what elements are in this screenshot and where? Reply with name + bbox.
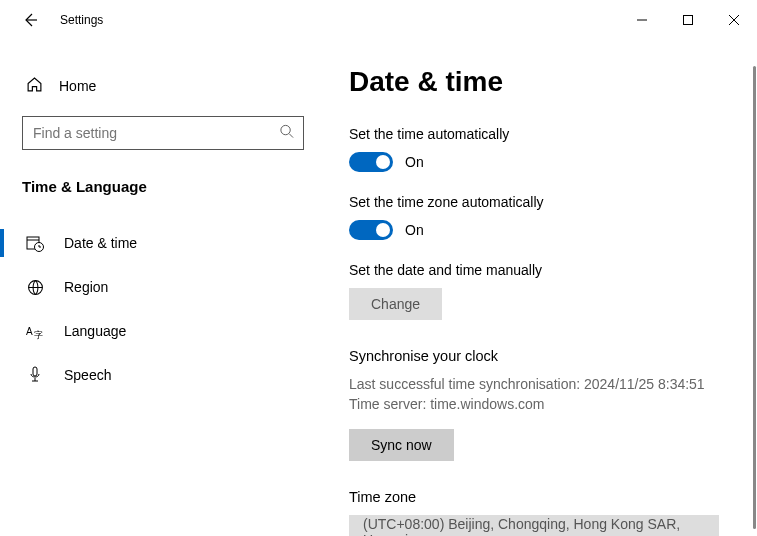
auto-time-state: On (405, 154, 424, 170)
arrow-left-icon (22, 12, 38, 28)
nav-item-label: Region (64, 279, 108, 295)
maximize-icon (683, 15, 693, 25)
sync-info-text: Last successful time synchronisation: 20… (349, 374, 757, 415)
sidebar: Home Time & Language Date & time Region (0, 40, 319, 536)
timezone-value: (UTC+08:00) Beijing, Chongqing, Hong Kon… (363, 516, 705, 536)
svg-rect-7 (33, 367, 37, 376)
timezone-select[interactable]: (UTC+08:00) Beijing, Chongqing, Hong Kon… (349, 515, 719, 536)
scrollbar[interactable] (753, 66, 756, 529)
maximize-button[interactable] (665, 4, 711, 36)
auto-tz-label: Set the time zone automatically (349, 194, 757, 210)
auto-time-label: Set the time automatically (349, 126, 757, 142)
svg-text:A: A (26, 325, 33, 336)
window-controls (619, 4, 757, 36)
close-button[interactable] (711, 4, 757, 36)
auto-tz-toggle[interactable] (349, 220, 393, 240)
home-nav[interactable]: Home (0, 68, 319, 104)
page-title: Date & time (349, 66, 757, 98)
svg-rect-0 (684, 16, 693, 25)
globe-icon (26, 279, 44, 296)
auto-time-toggle[interactable] (349, 152, 393, 172)
nav-region[interactable]: Region (0, 265, 319, 309)
minimize-button[interactable] (619, 4, 665, 36)
nav-date-time[interactable]: Date & time (0, 221, 319, 265)
nav-item-label: Date & time (64, 235, 137, 251)
nav-item-label: Speech (64, 367, 111, 383)
home-label: Home (59, 78, 96, 94)
nav-speech[interactable]: Speech (0, 353, 319, 397)
app-title: Settings (60, 13, 103, 27)
category-title: Time & Language (0, 168, 319, 205)
change-button: Change (349, 288, 442, 320)
tz-section-title: Time zone (349, 489, 757, 505)
calendar-clock-icon (26, 234, 44, 252)
manual-label: Set the date and time manually (349, 262, 757, 278)
main-panel: Date & time Set the time automatically O… (319, 40, 757, 536)
minimize-icon (637, 15, 647, 25)
nav-item-label: Language (64, 323, 126, 339)
sync-now-button[interactable]: Sync now (349, 429, 454, 461)
microphone-icon (26, 366, 44, 384)
titlebar: Settings (0, 0, 757, 40)
auto-tz-state: On (405, 222, 424, 238)
svg-text:字: 字 (34, 329, 43, 339)
language-icon: A字 (26, 323, 44, 340)
home-icon (26, 76, 43, 97)
sync-section-title: Synchronise your clock (349, 348, 757, 364)
close-icon (729, 15, 739, 25)
search-input[interactable] (22, 116, 304, 150)
back-button[interactable] (22, 12, 38, 28)
nav-language[interactable]: A字 Language (0, 309, 319, 353)
